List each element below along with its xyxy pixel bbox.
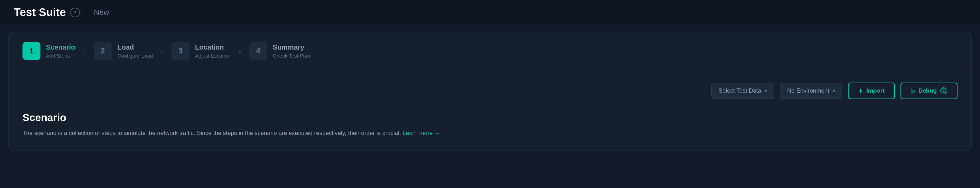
arrow-2: › [161, 48, 163, 55]
learn-more-link[interactable]: Learn more → [402, 130, 440, 136]
select-test-data-dropdown[interactable]: Select Test Data ▾ [711, 83, 774, 99]
arrow-3: › [239, 48, 241, 55]
step-3[interactable]: 3 Location Adjust Location [172, 42, 231, 60]
help-icon[interactable]: ? [70, 8, 80, 17]
step-3-info: Location Adjust Location [195, 43, 231, 59]
main-container: 1 Scenario Add Steps › 2 Load Configure … [8, 32, 972, 151]
step-4[interactable]: 4 Summary Check Test Plan [249, 42, 310, 60]
step-1-circle: 1 [22, 42, 40, 60]
no-environment-label: No Environment [787, 87, 829, 94]
scenario-section: Scenario The scenario is a collection of… [22, 112, 958, 138]
step-2[interactable]: 2 Load Configure Load [94, 42, 153, 60]
arrow-1: › [83, 48, 86, 55]
import-icon: ⬇ [858, 88, 863, 94]
scenario-title: Scenario [22, 112, 958, 124]
step-2-info: Load Configure Load [117, 43, 153, 59]
toolbar: Select Test Data ▾ No Environment ▾ ⬇ Im… [22, 82, 958, 99]
import-button[interactable]: ⬇ Import [848, 82, 895, 99]
chevron-down-icon: ▾ [765, 88, 767, 94]
step-4-name: Summary [273, 43, 310, 51]
step-1-info: Scenario Add Steps [46, 43, 75, 59]
chevron-down-icon-2: ▾ [833, 88, 835, 94]
new-badge: New [94, 8, 109, 17]
no-environment-dropdown[interactable]: No Environment ▾ [780, 83, 842, 99]
step-2-sub: Configure Load [117, 53, 153, 59]
step-2-name: Load [117, 43, 153, 51]
debug-play-icon: ▷ [911, 88, 915, 94]
step-2-circle: 2 [94, 42, 112, 60]
header: Test Suite ? New [0, 0, 980, 25]
page-title: Test Suite [14, 6, 66, 19]
step-3-circle: 3 [172, 42, 189, 60]
step-1-sub: Add Steps [46, 53, 75, 59]
content-area: Select Test Data ▾ No Environment ▾ ⬇ Im… [9, 70, 971, 150]
import-label: Import [866, 87, 885, 94]
stepper: 1 Scenario Add Steps › 2 Load Configure … [9, 32, 971, 70]
step-1[interactable]: 1 Scenario Add Steps [22, 42, 75, 60]
debug-label: Debug [918, 87, 937, 94]
select-test-data-label: Select Test Data [719, 87, 761, 94]
debug-info-icon: ⓘ [940, 87, 947, 94]
step-4-circle: 4 [249, 42, 267, 60]
header-title-group: Test Suite ? [14, 6, 80, 19]
step-4-sub: Check Test Plan [273, 53, 310, 59]
step-3-sub: Adjust Location [195, 53, 231, 59]
step-4-info: Summary Check Test Plan [273, 43, 310, 59]
header-divider [87, 6, 87, 19]
scenario-description: The scenario is a collection of steps to… [22, 129, 958, 138]
debug-button[interactable]: ▷ Debug ⓘ [900, 82, 958, 99]
step-3-name: Location [195, 43, 231, 51]
step-1-name: Scenario [46, 43, 75, 51]
